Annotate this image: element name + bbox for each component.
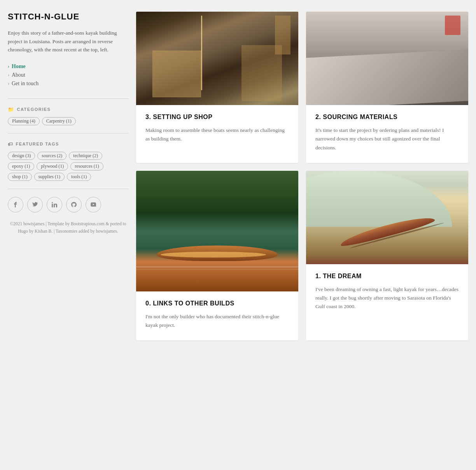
category-pill[interactable]: Carpentry (1) <box>42 117 76 125</box>
main-content: 3. SETTING UP SHOP Making room to assemb… <box>136 12 468 340</box>
categories-section: 📁 CATEGORIES Planning (4) Carpentry (1) <box>8 107 128 125</box>
page-wrapper: STITCH-N-GLUE Enjoy this story of a fath… <box>0 0 476 352</box>
nav-link-contact[interactable]: › Get in touch <box>8 81 128 87</box>
post-card-2[interactable]: 2. SOURCING MATERIALS It's time to start… <box>306 12 468 163</box>
nav-link-home[interactable]: › Home <box>8 63 128 70</box>
site-description: Enjoy this story of a father-and-sons ka… <box>8 29 128 54</box>
post-excerpt-2: It's time to start the project by orderi… <box>315 126 459 152</box>
chevron-icon: › <box>8 81 9 86</box>
tag-pill[interactable]: tools (1) <box>67 173 91 181</box>
posts-grid: 3. SETTING UP SHOP Making room to assemb… <box>136 12 468 340</box>
tag-pill[interactable]: plywood (1) <box>37 162 68 170</box>
tag-pill[interactable]: technique (2) <box>69 152 102 160</box>
facebook-icon[interactable] <box>8 197 23 212</box>
post-card-0[interactable]: 0. LINKS TO OTHER BUILDS I'm not the onl… <box>136 171 298 341</box>
tags-list: design (3) sources (2) technique (2) epo… <box>8 152 128 181</box>
tag-pill[interactable]: design (3) <box>8 152 35 160</box>
post-card-body-3: 3. SETTING UP SHOP Making room to assemb… <box>136 105 298 154</box>
post-title-3: 3. SETTING UP SHOP <box>145 114 289 121</box>
svg-point-1 <box>52 202 53 203</box>
linkedin-icon[interactable] <box>47 197 62 212</box>
post-image-0 <box>136 171 298 291</box>
nav-item-home[interactable]: › Home <box>8 63 128 70</box>
categories-list: Planning (4) Carpentry (1) <box>8 117 128 125</box>
tags-section: 🏷 FEATURED TAGS design (3) sources (2) t… <box>8 141 128 181</box>
site-title: STITCH-N-GLUE <box>8 12 128 22</box>
post-title-1: 1. THE DREAM <box>315 273 459 280</box>
social-icons-row <box>8 197 128 212</box>
svg-rect-0 <box>52 203 53 207</box>
github-icon[interactable] <box>66 197 82 212</box>
tag-pill[interactable]: sources (2) <box>37 152 66 160</box>
tags-title: 🏷 FEATURED TAGS <box>8 141 128 147</box>
tag-pill[interactable]: shop (1) <box>8 173 32 181</box>
folder-icon: 📁 <box>8 107 15 112</box>
divider-2 <box>8 133 128 133</box>
sidebar: STITCH-N-GLUE Enjoy this story of a fath… <box>8 12 128 340</box>
tag-pill[interactable]: supplies (1) <box>34 173 65 181</box>
post-card-body-1: 1. THE DREAM I've been dreaming of ownin… <box>306 264 468 322</box>
youtube-icon[interactable] <box>86 197 101 212</box>
post-card-1[interactable]: 1. THE DREAM I've been dreaming of ownin… <box>306 171 468 341</box>
post-excerpt-0: I'm not the only builder who has documen… <box>145 312 289 330</box>
nav-menu: › Home › About › Get in touch <box>8 63 128 87</box>
nav-link-about[interactable]: › About <box>8 72 128 78</box>
post-title-0: 0. LINKS TO OTHER BUILDS <box>145 300 289 307</box>
divider-1 <box>8 98 128 99</box>
nav-item-about[interactable]: › About <box>8 72 128 78</box>
category-pill[interactable]: Planning (4) <box>8 117 40 125</box>
post-card-3[interactable]: 3. SETTING UP SHOP Making room to assemb… <box>136 12 298 163</box>
tag-pill[interactable]: resources (1) <box>70 162 103 170</box>
post-excerpt-3: Making room to assemble these boats seem… <box>145 126 289 144</box>
post-image-3 <box>136 12 298 105</box>
divider-3 <box>8 189 128 189</box>
post-card-body-2: 2. SOURCING MATERIALS It's time to start… <box>306 105 468 163</box>
post-card-body-0: 0. LINKS TO OTHER BUILDS I'm not the onl… <box>136 291 298 341</box>
chevron-icon: › <box>8 63 9 69</box>
tag-icon: 🏷 <box>8 141 14 147</box>
chevron-icon: › <box>8 72 9 78</box>
post-image-2 <box>306 12 468 105</box>
tag-pill[interactable]: epoxy (1) <box>8 162 34 170</box>
categories-title: 📁 CATEGORIES <box>8 107 128 112</box>
post-image-1 <box>306 171 468 264</box>
twitter-icon[interactable] <box>27 197 43 212</box>
nav-item-contact[interactable]: › Get in touch <box>8 81 128 87</box>
footer-text: ©2021 howisjames | Template by Bootstrap… <box>8 220 128 235</box>
post-title-2: 2. SOURCING MATERIALS <box>315 114 459 121</box>
post-excerpt-1: I've been dreaming of owning a fast, lig… <box>315 285 459 311</box>
